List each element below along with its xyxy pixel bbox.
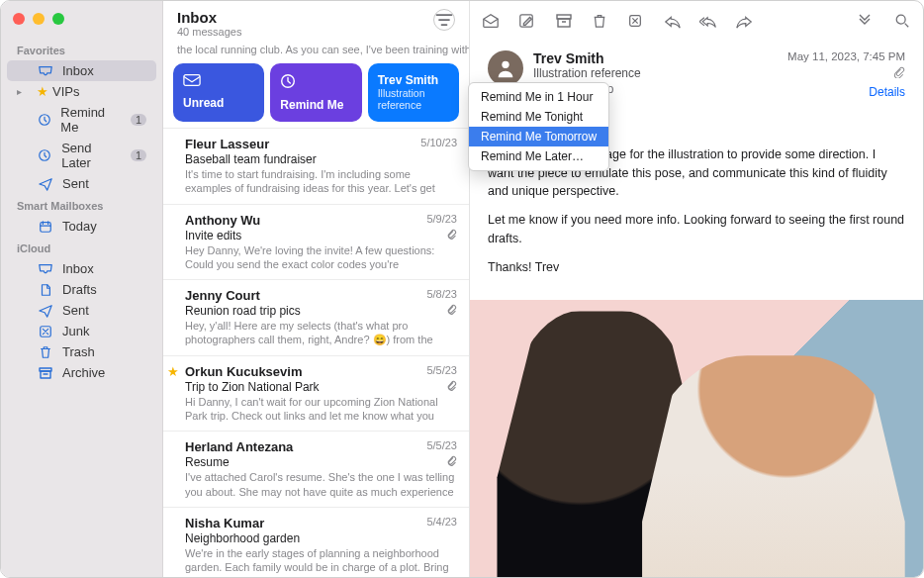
sidebar-item-send-later[interactable]: ▸Send Later1: [7, 138, 156, 173]
envelope-open-icon[interactable]: [480, 10, 502, 32]
details-link[interactable]: Details: [787, 85, 905, 99]
detail-subject: Illustration reference: [533, 66, 778, 80]
sidebar: Favorites▸Inbox▸★VIPs▸Remind Me1▸Send La…: [1, 1, 163, 577]
mailbox-count: 40 messages: [177, 26, 433, 38]
minimize-window-icon[interactable]: [33, 13, 45, 25]
attachment-icon: [787, 66, 905, 81]
menu-item[interactable]: Remind Me Tonight: [469, 107, 608, 127]
message-row[interactable]: Anthony Wu5/9/23Invite editsHey Danny, W…: [163, 205, 469, 281]
top-message-snippet: the local running club. As you can see, …: [163, 42, 469, 59]
forward-icon[interactable]: [733, 10, 755, 32]
message-list[interactable]: Fleur Lasseur5/10/23Baseball team fundra…: [163, 128, 469, 577]
svg-rect-10: [558, 19, 570, 27]
menu-item[interactable]: Remind Me in 1 Hour: [469, 87, 608, 107]
message-row[interactable]: ★Orkun Kucuksevim5/5/23Trip to Zion Nati…: [163, 356, 469, 433]
send-icon: [37, 304, 54, 318]
attachment-icon: [446, 380, 457, 393]
close-window-icon[interactable]: [13, 13, 25, 25]
svg-point-12: [896, 15, 905, 24]
tile-subject: Illustration reference: [378, 87, 449, 111]
menu-item[interactable]: Remind Me Tomorrow: [469, 127, 608, 146]
tile-unread[interactable]: Unread: [173, 63, 264, 122]
svg-point-13: [502, 61, 508, 68]
detail-paragraph: Thanks! Trev: [488, 258, 905, 277]
clock-icon: [36, 113, 52, 127]
search-icon[interactable]: [891, 10, 913, 32]
filter-icon[interactable]: [433, 9, 455, 31]
remind-me-menu[interactable]: Remind Me in 1 HourRemind Me TonightRemi…: [468, 82, 609, 171]
message-from: Nisha Kumar: [185, 516, 455, 530]
message-subject: Neighborhood garden: [185, 531, 455, 545]
more-icon[interactable]: [854, 10, 876, 32]
compose-icon[interactable]: [515, 10, 537, 32]
detail-inline-image: [470, 300, 923, 577]
inbox-icon: [37, 262, 54, 276]
detail-toolbar: [470, 1, 923, 41]
message-from: Fleur Lasseur: [185, 137, 455, 151]
message-row[interactable]: Herland Antezana5/5/23ResumeI've attache…: [163, 432, 469, 508]
detail-from: Trev Smith: [533, 50, 778, 66]
sidebar-item-label: Trash: [62, 344, 95, 359]
tile-remind-me[interactable]: Remind Me: [270, 63, 361, 122]
send-icon: [37, 177, 54, 191]
message-date: 5/9/23: [426, 213, 457, 225]
envelope-icon: [183, 73, 254, 90]
zoom-window-icon[interactable]: [52, 13, 64, 25]
svg-rect-2: [41, 222, 51, 232]
message-snippet: We're in the early stages of planning a …: [185, 546, 455, 575]
reply-all-icon[interactable]: [697, 10, 719, 32]
sidebar-item-label: Junk: [62, 324, 89, 338]
sidebar-item-sent[interactable]: ▸Sent: [7, 173, 156, 194]
avatar: [488, 50, 523, 86]
trash-icon[interactable]: [589, 10, 610, 32]
sidebar-badge: 1: [131, 149, 146, 161]
flag-icon: ★: [167, 364, 179, 379]
sidebar-section-heading: Favorites: [1, 39, 162, 60]
message-list-pane: Inbox 40 messages the local running club…: [163, 1, 470, 577]
mailbox-title: Inbox: [177, 9, 433, 26]
sidebar-item-drafts[interactable]: ▸Drafts: [7, 279, 156, 300]
menu-item[interactable]: Remind Me Later…: [469, 146, 608, 166]
message-subject: Reunion road trip pics: [185, 304, 455, 318]
inbox-icon: [37, 64, 54, 78]
sidebar-item-remind-me[interactable]: ▸Remind Me1: [7, 102, 156, 138]
sidebar-item-label: Inbox: [62, 63, 94, 78]
tile-selected-message[interactable]: Trev Smith Illustration reference: [368, 63, 459, 122]
message-from: Anthony Wu: [185, 213, 455, 228]
svg-rect-6: [184, 75, 200, 86]
sidebar-item-today[interactable]: ▸Today: [7, 216, 156, 237]
calendar-icon: [37, 220, 54, 234]
junk-icon: [37, 325, 54, 338]
archive-icon[interactable]: [553, 10, 575, 32]
attachment-icon: [446, 455, 457, 468]
sidebar-item-label: Today: [62, 219, 97, 234]
sidebar-item-sent[interactable]: ▸Sent: [7, 300, 156, 321]
sidebar-item-junk[interactable]: ▸Junk: [7, 321, 156, 341]
detail-paragraph: Let me know if you need more info. Looki…: [488, 211, 905, 248]
message-snippet: It's time to start fundraising. I'm incl…: [185, 167, 455, 196]
sidebar-item-inbox[interactable]: ▸Inbox: [7, 60, 156, 81]
sidebar-item-label: VIPs: [52, 84, 79, 99]
message-snippet: I've attached Carol's resume. She's the …: [185, 470, 455, 499]
message-snippet: Hey, y'all! Here are my selects (that's …: [185, 319, 455, 347]
junk-icon[interactable]: [624, 10, 646, 32]
sidebar-item-archive[interactable]: ▸Archive: [7, 362, 156, 383]
sidebar-item-trash[interactable]: ▸Trash: [7, 341, 156, 362]
attachment-icon: [446, 304, 457, 317]
window-controls: [1, 9, 162, 39]
sidebar-item-inbox[interactable]: ▸Inbox: [7, 258, 156, 279]
sidebar-item-label: Archive: [62, 365, 105, 380]
sidebar-item-vips[interactable]: ▸★VIPs: [7, 81, 156, 102]
message-from: Orkun Kucuksevim: [185, 364, 455, 379]
message-from: Herland Antezana: [185, 439, 455, 454]
message-date: 5/8/23: [426, 288, 457, 300]
message-subject: Trip to Zion National Park: [185, 380, 455, 394]
sidebar-section-heading: Smart Mailboxes: [1, 194, 162, 216]
message-row[interactable]: Jenny Court5/8/23Reunion road trip picsH…: [163, 280, 469, 356]
reply-icon[interactable]: [662, 10, 684, 32]
message-subject: Baseball team fundraiser: [185, 152, 455, 166]
sidebar-item-label: Drafts: [62, 282, 97, 297]
message-row[interactable]: Fleur Lasseur5/10/23Baseball team fundra…: [163, 129, 469, 205]
message-row[interactable]: Nisha Kumar5/4/23Neighborhood gardenWe'r…: [163, 508, 469, 577]
tile-from: Trev Smith: [378, 73, 449, 87]
